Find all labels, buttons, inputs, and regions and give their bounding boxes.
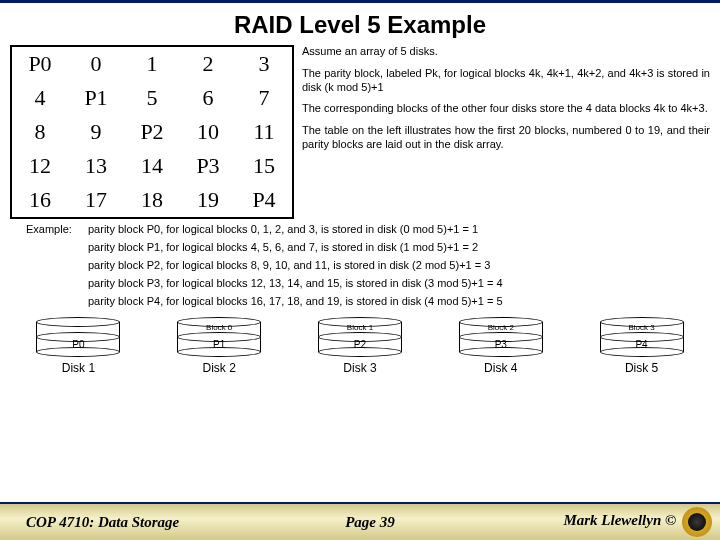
- matrix-cell: P4: [236, 183, 292, 217]
- matrix-cell: 8: [12, 115, 68, 149]
- matrix-cell: P2: [124, 115, 180, 149]
- disk-top-label: Block 2: [459, 323, 543, 332]
- disk-top-label: Block 0: [177, 323, 261, 332]
- example-line: parity block P1, for logical blocks 4, 5…: [88, 241, 694, 253]
- matrix-cell: 15: [236, 149, 292, 183]
- disk-icon: Block 3 P4: [600, 317, 684, 357]
- matrix-cell: 9: [68, 115, 124, 149]
- footer-course: COP 4710: Data Storage: [0, 514, 240, 531]
- disk-icon: Block 2 P3: [459, 317, 543, 357]
- matrix-cell: 12: [12, 149, 68, 183]
- disk-mid-label: P1: [177, 339, 261, 350]
- disk-top-label: Block 1: [318, 323, 402, 332]
- matrix-cell: 19: [180, 183, 236, 217]
- disk-mid-label: P4: [600, 339, 684, 350]
- disk-mid-label: P0: [36, 339, 120, 350]
- matrix-cell: P3: [180, 149, 236, 183]
- footer-author: Mark Llewellyn ©: [563, 512, 676, 528]
- parity-matrix: P0 0 1 2 3 4 P1 5 6 7 8 9 P2 10 11 12: [10, 45, 294, 219]
- matrix-cell: 0: [68, 47, 124, 81]
- footer-page: Page 39: [240, 514, 500, 531]
- disk-label: Disk 1: [62, 361, 95, 375]
- description-text: Assume an array of 5 disks. The parity b…: [302, 45, 710, 219]
- disk-icon: Block 1 P2: [318, 317, 402, 357]
- disk-label: Disk 3: [343, 361, 376, 375]
- example-block: Example: parity block P0, for logical bl…: [0, 223, 720, 307]
- matrix-cell: 7: [236, 81, 292, 115]
- matrix-cell: 14: [124, 149, 180, 183]
- example-label: Example:: [26, 223, 88, 235]
- example-line: parity block P0, for logical blocks 0, 1…: [88, 223, 694, 235]
- disk-label: Disk 2: [203, 361, 236, 375]
- disk-label: Disk 5: [625, 361, 658, 375]
- example-line: parity block P3, for logical blocks 12, …: [88, 277, 694, 289]
- matrix-cell: 4: [12, 81, 68, 115]
- matrix-cell: 16: [12, 183, 68, 217]
- matrix-cell: P1: [68, 81, 124, 115]
- matrix-cell: 11: [236, 115, 292, 149]
- page-title: RAID Level 5 Example: [0, 3, 720, 45]
- matrix-cell: 10: [180, 115, 236, 149]
- matrix-cell: 5: [124, 81, 180, 115]
- example-line: parity block P2, for logical blocks 8, 9…: [88, 259, 694, 271]
- disk-top-label: Block 3: [600, 323, 684, 332]
- disk-diagram: P0 Disk 1 Block 0 P1 Disk 2 Block 1 P2 D…: [0, 313, 720, 375]
- disk-icon: Block 0 P1: [177, 317, 261, 357]
- matrix-cell: 3: [236, 47, 292, 81]
- matrix-cell: P0: [12, 47, 68, 81]
- disk-mid-label: P2: [318, 339, 402, 350]
- matrix-cell: 17: [68, 183, 124, 217]
- matrix-cell: 6: [180, 81, 236, 115]
- bullet-text: The parity block, labeled Pk, for logica…: [302, 67, 710, 95]
- bullet-text: Assume an array of 5 disks.: [302, 45, 710, 59]
- matrix-cell: 1: [124, 47, 180, 81]
- matrix-cell: 13: [68, 149, 124, 183]
- disk-icon: P0: [36, 317, 120, 357]
- slide-footer: COP 4710: Data Storage Page 39 Mark Llew…: [0, 502, 720, 540]
- matrix-cell: 18: [124, 183, 180, 217]
- disk-label: Disk 4: [484, 361, 517, 375]
- university-logo-icon: [682, 507, 712, 537]
- bullet-text: The corresponding blocks of the other fo…: [302, 102, 710, 116]
- bullet-text: The table on the left illustrates how th…: [302, 124, 710, 152]
- example-line: parity block P4, for logical blocks 16, …: [88, 295, 694, 307]
- disk-mid-label: P3: [459, 339, 543, 350]
- matrix-cell: 2: [180, 47, 236, 81]
